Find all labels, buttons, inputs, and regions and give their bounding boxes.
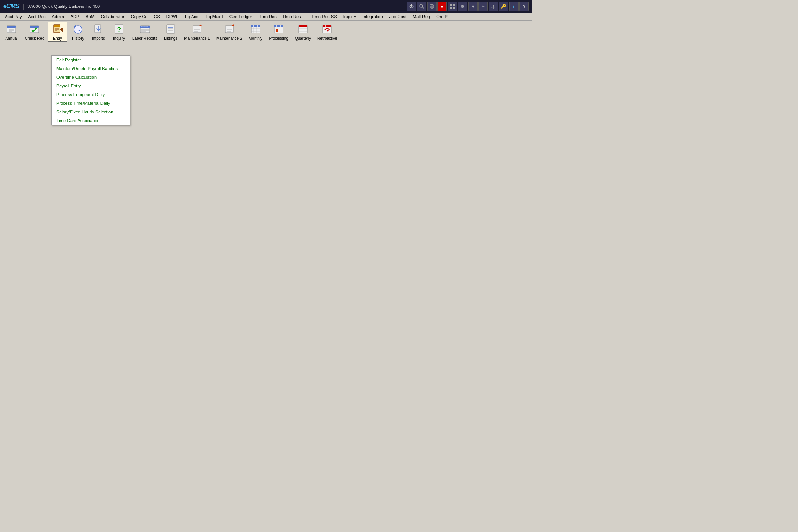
menu-integration[interactable]: Integration (359, 13, 386, 20)
toolbar-entry-label: Entry (53, 36, 62, 41)
menu-eqmaint[interactable]: Eq Maint (203, 13, 226, 20)
dropdown-overtime-calculation[interactable]: Overtime Calculation (52, 73, 130, 82)
toolbar-inquiry[interactable]: Inquiry (109, 22, 129, 42)
toolbar-annual-label: Annual (5, 36, 17, 41)
dropdown-payroll-entry[interactable]: Payroll Entry (52, 82, 130, 90)
toolbar-laborreports-label: Labor Reports (132, 36, 157, 41)
svg-rect-6 (453, 4, 455, 6)
svg-rect-72 (323, 25, 331, 27)
toolbar-checkrec-label: Check Rec (25, 36, 44, 41)
menu-cs[interactable]: CS (151, 13, 163, 20)
svg-rect-12 (7, 26, 16, 28)
toolbar-imports[interactable]: Imports (89, 22, 108, 42)
scissors-button[interactable]: ✂ (478, 2, 488, 11)
menu-bom[interactable]: BoM (82, 13, 98, 20)
gear-button[interactable]: ⚙ (458, 2, 467, 11)
svg-rect-5 (450, 4, 452, 6)
toolbar-maintenance1-label: Maintenance 1 (184, 36, 210, 41)
svg-point-10 (493, 5, 494, 6)
toolbar-maintenance2[interactable]: Maintenance 2 (214, 22, 245, 42)
toolbar: Annual Check Rec Entry (0, 21, 532, 43)
stop-button[interactable]: ■ (437, 2, 447, 11)
svg-rect-60 (274, 25, 283, 27)
help-button[interactable]: ? (519, 2, 529, 11)
toolbar-listings[interactable]: Listings (161, 22, 180, 42)
menu-eqacct[interactable]: Eq Acct (182, 13, 203, 20)
dropdown-maintain-delete-payroll[interactable]: Maintain/Delete Payroll Batches (52, 64, 130, 73)
toolbar-retroactive[interactable]: Retroactive (314, 22, 340, 42)
menu-jobcost[interactable]: Job Cost (386, 13, 409, 20)
svg-marker-23 (60, 28, 63, 32)
toolbar-maintenance1[interactable]: Maintenance 1 (181, 22, 213, 42)
toolbar-inquiry-label: Inquiry (113, 36, 125, 41)
svg-rect-63 (276, 29, 278, 32)
dropdown-process-time-material[interactable]: Process Time/Material Daily (52, 99, 130, 108)
antenna-button[interactable] (489, 2, 498, 11)
toolbar-checkrec[interactable]: Check Rec (22, 22, 47, 42)
menu-adp[interactable]: ADP (67, 13, 83, 20)
menu-collaborator[interactable]: Collaborator (98, 13, 128, 20)
svg-rect-8 (453, 7, 455, 9)
grid-button[interactable] (448, 2, 457, 11)
svg-rect-28 (115, 25, 123, 33)
svg-rect-7 (450, 7, 452, 9)
svg-point-29 (118, 31, 119, 32)
toolbar-imports-label: Imports (92, 36, 105, 41)
svg-rect-17 (30, 26, 39, 28)
key-button[interactable]: 🔑 (499, 2, 508, 11)
search-button[interactable] (417, 2, 426, 11)
toolbar-entry[interactable]: Entry (48, 22, 67, 42)
svg-rect-36 (167, 25, 175, 33)
dropdown-process-equipment-daily[interactable]: Process Equipment Daily (52, 90, 130, 99)
svg-rect-50 (251, 25, 260, 27)
menu-diwf[interactable]: DI/WF (163, 13, 182, 20)
toolbar-annual[interactable]: Annual (2, 22, 21, 42)
title-divider: | (22, 2, 24, 11)
svg-rect-65 (299, 25, 307, 27)
toolbar-history-label: History (72, 36, 84, 41)
toolbar-quarterly[interactable]: Quarterly (292, 22, 314, 42)
title-info: 37/000 Quick Quality Builders,Inc 400 (27, 4, 100, 9)
dropdown-salary-fixed-hourly[interactable]: Salary/Fixed Hourly Selection (52, 108, 130, 116)
toolbar-quarterly-label: Quarterly (295, 36, 311, 41)
svg-rect-19 (54, 25, 60, 27)
menu-genledger[interactable]: Gen Ledger (226, 13, 255, 20)
svg-rect-45 (225, 26, 233, 33)
power-button[interactable]: ⏻ (407, 2, 416, 11)
title-bar-actions: ⏻ ■ ⚙ (407, 2, 529, 11)
svg-rect-41 (193, 26, 201, 33)
menu-copyco[interactable]: Copy Co (128, 13, 151, 20)
menu-matlreq[interactable]: Matl Req (409, 13, 433, 20)
menu-hmnresss[interactable]: Hmn Res-SS (309, 13, 340, 20)
menu-acctpay[interactable]: Acct Pay (2, 13, 25, 20)
print-button[interactable]: 🖨 (468, 2, 478, 11)
toolbar-maintenance2-label: Maintenance 2 (216, 36, 242, 41)
toolbar-laborreports[interactable]: REPORT Labor Reports (130, 22, 160, 42)
toolbar-processing-label: Processing (269, 36, 288, 41)
toolbar-monthly[interactable]: Monthly (246, 22, 266, 42)
svg-text:REPORT: REPORT (141, 26, 148, 28)
menu-hmnres[interactable]: Hmn Res (255, 13, 280, 20)
info-button[interactable]: i (509, 2, 519, 11)
title-bar: eCMS | 37/000 Quick Quality Builders,Inc… (0, 0, 532, 13)
globe-button[interactable] (427, 2, 437, 11)
menu-hmnrese[interactable]: Hmn Res-E (280, 13, 309, 20)
menu-bar: Acct Pay Acct Rec Admin ADP BoM Collabor… (0, 13, 532, 21)
menu-inquiry[interactable]: Inquiry (340, 13, 359, 20)
menu-ordp[interactable]: Ord P (433, 13, 451, 20)
menu-admin[interactable]: Admin (48, 13, 67, 20)
dropdown-edit-register[interactable]: Edit Register (52, 56, 130, 64)
svg-line-1 (422, 7, 424, 9)
dropdown-time-card-association[interactable]: Time Card Association (52, 116, 130, 125)
entry-dropdown-menu: Edit Register Maintain/Delete Payroll Ba… (51, 55, 130, 125)
toolbar-retroactive-label: Retroactive (317, 36, 337, 41)
app-logo: eCMS (3, 3, 19, 10)
menu-acctrec[interactable]: Acct Rec (25, 13, 48, 20)
toolbar-history[interactable]: History (68, 22, 88, 42)
toolbar-listings-label: Listings (164, 36, 177, 41)
svg-point-0 (420, 4, 423, 7)
toolbar-processing[interactable]: Processing (266, 22, 291, 42)
toolbar-monthly-label: Monthly (249, 36, 262, 41)
